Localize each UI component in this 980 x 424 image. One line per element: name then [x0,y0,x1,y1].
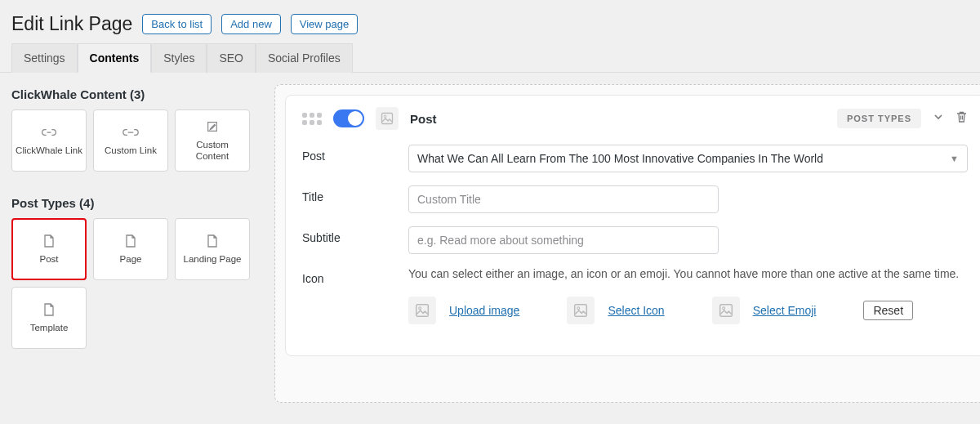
svg-rect-4 [575,305,587,317]
tab-social-profiles[interactable]: Social Profiles [256,43,353,73]
subtitle-field-label: Subtitle [302,226,384,244]
svg-rect-2 [416,305,429,317]
enable-toggle[interactable] [333,109,364,127]
tabs-bar: Settings Contents Styles SEO Social Prof… [0,43,980,73]
svg-rect-6 [719,305,732,317]
sidebar: ClickWhale Content (3) ClickWhale Link C… [11,84,256,403]
card-label: Landing Page [180,254,245,265]
card-label: Page [117,254,145,265]
post-types-heading: Post Types (4) [11,196,256,210]
card-label: Custom Link [101,145,160,156]
card-post[interactable]: Post [11,218,87,280]
svg-point-1 [384,115,386,118]
card-template[interactable]: Template [11,287,87,349]
file-icon [43,234,55,248]
card-label: ClickWhale Link [12,145,86,156]
clickwhale-content-heading: ClickWhale Content (3) [11,87,256,101]
edit-icon [206,119,219,134]
post-select-value: What We Can All Learn From The 100 Most … [417,152,823,165]
content-drop-area: Post POST TYPES Post What We Can All Lea… [274,84,980,403]
subtitle-input[interactable] [408,226,719,254]
icon-description: You can select either an image, an icon … [408,267,968,280]
svg-rect-0 [382,114,393,124]
page-title: Edit Link Page [11,13,132,35]
view-page-button[interactable]: View page [291,14,358,34]
back-to-list-button[interactable]: Back to list [142,14,212,34]
card-landing-page[interactable]: Landing Page [175,218,250,280]
card-page[interactable]: Page [93,218,168,280]
link-icon [41,125,57,140]
tab-settings[interactable]: Settings [11,43,78,73]
add-new-button[interactable]: Add new [221,14,281,34]
image-placeholder-icon [408,297,436,324]
card-custom-content[interactable]: Custom Content [175,109,250,172]
panel-title: Post [410,112,437,126]
post-panel: Post POST TYPES Post What We Can All Lea… [285,95,980,356]
svg-point-5 [577,307,580,310]
tab-contents[interactable]: Contents [78,43,152,73]
post-select[interactable]: What We Can All Learn From The 100 Most … [408,145,968,172]
reset-button[interactable]: Reset [863,301,913,320]
drag-handle-icon[interactable] [302,113,322,125]
image-placeholder-icon [567,297,595,324]
upload-image-link[interactable]: Upload image [449,304,519,317]
post-field-label: Post [302,145,384,163]
title-input[interactable] [408,185,719,213]
post-types-pill[interactable]: POST TYPES [837,109,921,128]
svg-point-3 [419,307,421,310]
card-label: Template [27,323,72,333]
card-custom-link[interactable]: Custom Link [93,109,168,172]
tab-styles[interactable]: Styles [151,43,207,73]
image-placeholder-icon [712,297,740,324]
tab-seo[interactable]: SEO [207,43,256,73]
select-emoji-link[interactable]: Select Emoji [753,304,817,317]
card-label: Custom Content [176,140,249,161]
delete-icon[interactable] [956,110,968,127]
file-icon [207,234,218,248]
icon-field-label: Icon [302,267,384,285]
svg-point-7 [722,307,724,310]
image-placeholder-icon [376,107,399,130]
caret-down-icon: ▼ [950,154,959,163]
chevron-down-icon[interactable] [933,111,944,126]
title-field-label: Title [302,185,384,203]
file-icon [125,234,136,248]
file-icon [43,302,55,317]
card-clickwhale-link[interactable]: ClickWhale Link [11,109,87,172]
chain-icon [122,125,139,140]
select-icon-link[interactable]: Select Icon [608,304,664,317]
card-label: Post [36,254,61,265]
